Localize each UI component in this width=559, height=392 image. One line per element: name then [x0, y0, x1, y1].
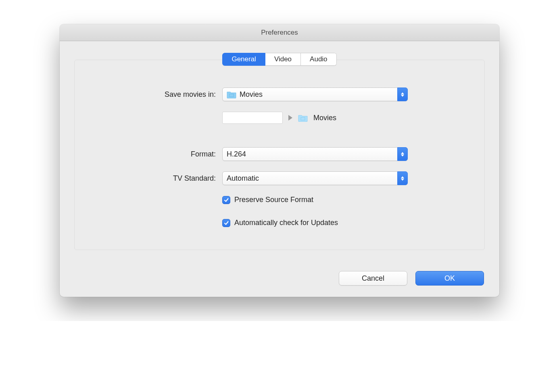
format-value: H.264: [227, 150, 397, 158]
tab-general[interactable]: General: [222, 53, 265, 66]
tab-audio-label: Audio: [310, 55, 327, 63]
path-breadcrumb: Movies: [222, 112, 408, 124]
format-popup[interactable]: H.264: [222, 147, 408, 161]
save-location-popup[interactable]: Movies: [222, 88, 408, 101]
ok-button-label: OK: [444, 274, 455, 283]
preferences-window: Preferences General Video Audio Save: [60, 24, 499, 297]
tab-video-label: Video: [274, 55, 292, 63]
tab-video[interactable]: Video: [265, 53, 301, 66]
save-movies-label: Save movies in:: [103, 90, 216, 99]
popup-arrows-icon: [397, 88, 408, 101]
preferences-group: General Video Audio Save movies in:: [74, 60, 485, 250]
popup-arrows-icon: [397, 171, 408, 185]
window-content: General Video Audio Save movies in:: [60, 41, 499, 260]
preserve-source-format-checkbox[interactable]: [222, 196, 230, 204]
folder-icon: [298, 114, 308, 122]
tv-standard-label: TV Standard:: [103, 174, 216, 183]
tv-standard-value: Automatic: [227, 174, 397, 183]
preserve-source-format-row[interactable]: Preserve Source Format: [222, 196, 408, 204]
preserve-source-format-label: Preserve Source Format: [234, 196, 313, 204]
tab-general-label: General: [232, 55, 256, 63]
tab-segmented-control: General Video Audio: [222, 53, 336, 66]
dialog-footer: Cancel OK: [60, 260, 499, 297]
check-icon: [223, 197, 229, 203]
window-titlebar: Preferences: [60, 24, 499, 41]
window-title: Preferences: [261, 29, 298, 37]
tab-bar: General Video Audio: [99, 53, 460, 66]
tab-audio[interactable]: Audio: [301, 53, 336, 66]
form-grid: Save movies in: Movies: [103, 88, 460, 227]
check-icon: [223, 220, 229, 226]
folder-icon: [227, 90, 236, 98]
auto-check-updates-row[interactable]: Automatically check for Updates: [222, 219, 408, 227]
popup-arrows-icon: [397, 147, 408, 161]
chevron-right-icon: [288, 115, 292, 121]
cancel-button[interactable]: Cancel: [339, 271, 407, 286]
breadcrumb-folder-name: Movies: [313, 114, 336, 122]
tv-standard-popup[interactable]: Automatic: [222, 171, 408, 185]
auto-check-updates-checkbox[interactable]: [222, 219, 230, 227]
save-location-value: Movies: [240, 90, 397, 99]
format-label: Format:: [103, 150, 216, 158]
cancel-button-label: Cancel: [362, 274, 384, 283]
path-root-box[interactable]: [222, 112, 283, 124]
auto-check-updates-label: Automatically check for Updates: [234, 219, 338, 227]
ok-button[interactable]: OK: [415, 271, 484, 286]
